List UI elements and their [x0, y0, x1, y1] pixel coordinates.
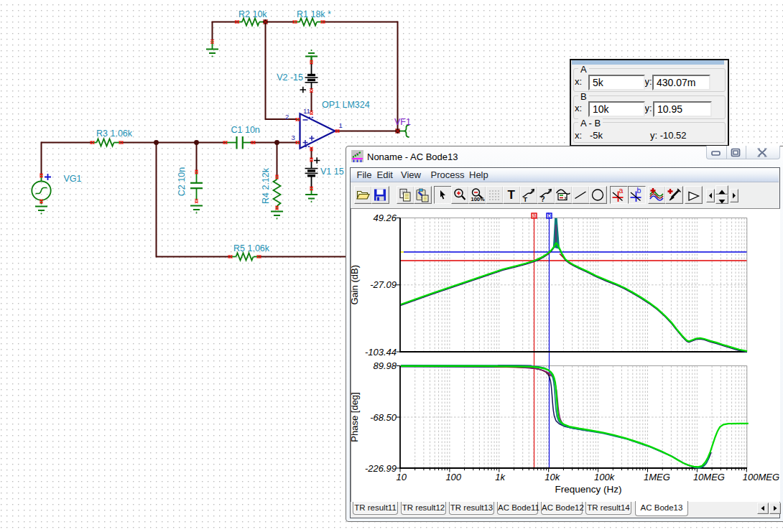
svg-text:2: 2	[285, 113, 289, 121]
svg-text:100: 100	[445, 472, 461, 482]
svg-text:-27.09: -27.09	[370, 279, 397, 290]
svg-text:89.98: 89.98	[373, 360, 397, 371]
svg-text:Frequency (Hz): Frequency (Hz)	[555, 484, 621, 495]
svg-text:b: b	[547, 212, 551, 219]
svg-text:OP1 LM324: OP1 LM324	[322, 100, 370, 110]
svg-text:49.26: 49.26	[373, 213, 397, 223]
svg-text:T: T	[524, 196, 528, 203]
svg-text:R3 1.06k: R3 1.06k	[96, 129, 133, 139]
svg-text:?: ?	[541, 195, 545, 203]
svg-text:b: b	[636, 187, 641, 195]
svg-text:R2 10k: R2 10k	[238, 9, 267, 19]
svg-text:a: a	[619, 187, 624, 195]
svg-text:10k: 10k	[545, 472, 560, 482]
svg-text:3: 3	[292, 134, 295, 141]
svg-text:C2 10n: C2 10n	[177, 167, 187, 196]
svg-text:10MEG: 10MEG	[693, 472, 725, 482]
svg-text:V1 15: V1 15	[320, 167, 344, 177]
svg-text:Phase [deg]: Phase [deg]	[351, 392, 360, 442]
svg-text:VF1: VF1	[394, 117, 411, 127]
svg-text:T: T	[508, 188, 516, 202]
svg-text:-68.50: -68.50	[370, 412, 397, 423]
svg-text:10: 10	[397, 472, 407, 482]
svg-text:1: 1	[339, 121, 343, 129]
svg-text:x: x	[565, 195, 567, 200]
svg-text:100MEG: 100MEG	[743, 472, 779, 482]
svg-text:100%: 100%	[471, 196, 486, 202]
svg-text:Gain (dB): Gain (dB)	[351, 265, 360, 305]
svg-text:11: 11	[303, 107, 310, 115]
svg-text:R4 2.12k: R4 2.12k	[261, 167, 271, 204]
svg-text:R1 18k *: R1 18k *	[297, 9, 331, 19]
svg-text:VG1: VG1	[64, 174, 82, 184]
svg-text:-103.44: -103.44	[365, 347, 397, 358]
svg-text:R5 1.06k: R5 1.06k	[233, 243, 270, 253]
svg-text:1MEG: 1MEG	[644, 472, 670, 482]
svg-text:C1 10n: C1 10n	[231, 125, 260, 135]
svg-text:V2 -15: V2 -15	[277, 73, 303, 83]
svg-text:a: a	[532, 212, 536, 219]
svg-text:1k: 1k	[495, 472, 506, 482]
svg-text:-226.99: -226.99	[365, 463, 397, 474]
svg-text:100k: 100k	[594, 472, 616, 482]
